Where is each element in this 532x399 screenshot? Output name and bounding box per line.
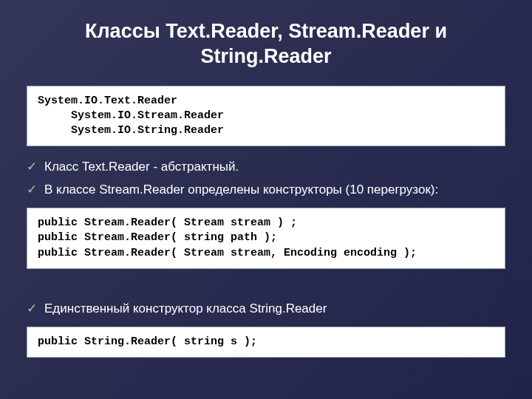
- code-constructor-stringreader: public String.Reader( string s );: [27, 327, 505, 358]
- bullet-item: ✓ В классе Stream.Reader определены конс…: [27, 183, 505, 197]
- bullet-list-2: ✓ Единственный конструктор класса String…: [27, 301, 505, 316]
- check-icon: ✓: [27, 301, 37, 316]
- bullet-item: ✓ Единственный конструктор класса String…: [27, 301, 505, 316]
- slide: Классы Text.Reader, Stream.Reader и Stri…: [0, 0, 532, 399]
- check-icon: ✓: [27, 160, 37, 174]
- check-icon: ✓: [27, 183, 37, 197]
- bullet-text: Класс Text.Reader - абстрактный.: [44, 160, 239, 174]
- bullet-text: В классе Stream.Reader определены констр…: [44, 183, 438, 197]
- code-hierarchy: System.IO.Text.Reader System.IO.Stream.R…: [27, 86, 505, 147]
- page-title: Классы Text.Reader, Stream.Reader и Stri…: [27, 19, 505, 69]
- bullet-item: ✓ Класс Text.Reader - абстрактный.: [27, 160, 505, 174]
- code-constructors-streamreader: public Stream.Reader( Stream stream ) ; …: [27, 208, 505, 269]
- bullet-list-1: ✓ Класс Text.Reader - абстрактный. ✓ В к…: [27, 160, 505, 197]
- bullet-text: Единственный конструктор класса String.R…: [44, 301, 327, 316]
